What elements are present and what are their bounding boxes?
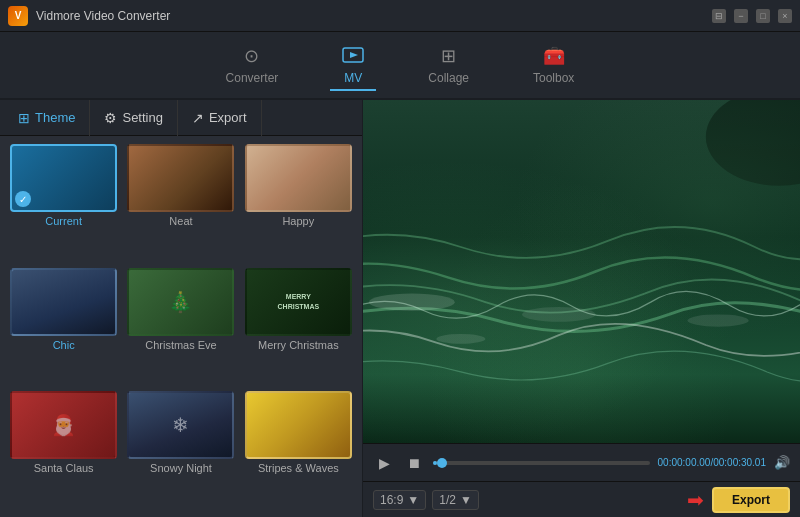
- svg-marker-1: [350, 52, 358, 58]
- theme-stripes-waves[interactable]: Stripes & Waves: [243, 391, 354, 509]
- tab-theme-label: Theme: [35, 110, 75, 125]
- aspect-ratio-selector[interactable]: 16:9 ▼: [373, 490, 426, 510]
- svg-point-4: [522, 307, 596, 322]
- left-panel: ⊞ Theme ⚙ Setting ↗ Export ✓ Current: [0, 100, 363, 517]
- theme-grid: ✓ Current Neat Happy: [0, 136, 362, 517]
- theme-thumb-happy: [245, 144, 352, 212]
- theme-current[interactable]: ✓ Current: [8, 144, 119, 262]
- nav-converter[interactable]: ⊙ Converter: [214, 41, 291, 91]
- right-panel: ▶ ⏹ 00:00:00.00/00:00:30.01 🔊 16:9 ▼ 1/2…: [363, 100, 800, 517]
- quality-label: 1/2: [439, 493, 456, 507]
- tab-bar: ⊞ Theme ⚙ Setting ↗ Export: [0, 100, 362, 136]
- titlebar: V Vidmore Video Converter ⊟ − □ ×: [0, 0, 800, 32]
- stop-button[interactable]: ⏹: [403, 452, 425, 474]
- minimize-button[interactable]: −: [734, 9, 748, 23]
- video-preview: [363, 100, 800, 443]
- nav-collage[interactable]: ⊞ Collage: [416, 41, 481, 91]
- svg-point-3: [706, 100, 800, 186]
- quality-selector[interactable]: 1/2 ▼: [432, 490, 479, 510]
- restore-button[interactable]: ⊟: [712, 9, 726, 23]
- collage-icon: ⊞: [438, 45, 460, 67]
- controls-bar: ▶ ⏹ 00:00:00.00/00:00:30.01 🔊: [363, 443, 800, 481]
- app-title: Vidmore Video Converter: [36, 9, 712, 23]
- theme-thumb-christmas: 🎄: [127, 268, 234, 336]
- nav-mv[interactable]: MV: [330, 41, 376, 91]
- theme-christmas-eve[interactable]: 🎄 Christmas Eve: [125, 268, 236, 386]
- svg-point-5: [436, 334, 485, 344]
- export-tab-icon: ↗: [192, 110, 204, 126]
- progress-dot: [437, 458, 447, 468]
- theme-santa-claus-label: Santa Claus: [34, 462, 94, 474]
- quality-chevron: ▼: [460, 493, 472, 507]
- ocean-preview-svg: [363, 100, 800, 443]
- maximize-button[interactable]: □: [756, 9, 770, 23]
- volume-icon[interactable]: 🔊: [774, 455, 790, 470]
- mv-icon: [342, 45, 364, 67]
- theme-merry-christmas[interactable]: MERRYCHRISTMAS Merry Christmas: [243, 268, 354, 386]
- theme-merry-christmas-label: Merry Christmas: [258, 339, 339, 351]
- top-nav: ⊙ Converter MV ⊞ Collage 🧰 Toolbox: [0, 32, 800, 100]
- tab-theme[interactable]: ⊞ Theme: [4, 100, 90, 136]
- nav-toolbox-label: Toolbox: [533, 71, 574, 85]
- theme-thumb-santa-claus: 🎅: [10, 391, 117, 459]
- time-display: 00:00:00.00/00:00:30.01: [658, 457, 766, 468]
- theme-current-label: Current: [45, 215, 82, 227]
- theme-santa-claus[interactable]: 🎅 Santa Claus: [8, 391, 119, 509]
- theme-stripes-waves-label: Stripes & Waves: [258, 462, 339, 474]
- play-button[interactable]: ▶: [373, 452, 395, 474]
- setting-tab-icon: ⚙: [104, 110, 117, 126]
- nav-toolbox[interactable]: 🧰 Toolbox: [521, 41, 586, 91]
- window-controls: ⊟ − □ ×: [712, 9, 792, 23]
- theme-thumb-neat: [127, 144, 234, 212]
- main-area: ⊞ Theme ⚙ Setting ↗ Export ✓ Current: [0, 100, 800, 517]
- tab-setting[interactable]: ⚙ Setting: [90, 100, 177, 136]
- theme-thumb-snowy-night: ❄: [127, 391, 234, 459]
- aspect-ratio-label: 16:9: [380, 493, 403, 507]
- theme-neat-label: Neat: [169, 215, 192, 227]
- theme-chic-label: Chic: [53, 339, 75, 351]
- theme-thumb-stripes-waves: [245, 391, 352, 459]
- theme-thumb-chic: [10, 268, 117, 336]
- theme-thumb-current: ✓: [10, 144, 117, 212]
- theme-chic[interactable]: Chic: [8, 268, 119, 386]
- aspect-ratio-chevron: ▼: [407, 493, 419, 507]
- svg-rect-2: [363, 100, 800, 443]
- nav-converter-label: Converter: [226, 71, 279, 85]
- theme-happy-label: Happy: [282, 215, 314, 227]
- nav-collage-label: Collage: [428, 71, 469, 85]
- app-icon: V: [8, 6, 28, 26]
- tab-export[interactable]: ↗ Export: [178, 100, 262, 136]
- bottom-controls: 16:9 ▼ 1/2 ▼ ➡ Export: [363, 481, 800, 517]
- theme-neat[interactable]: Neat: [125, 144, 236, 262]
- theme-snowy-night-label: Snowy Night: [150, 462, 212, 474]
- theme-christmas-eve-label: Christmas Eve: [145, 339, 217, 351]
- theme-thumb-merry-christmas: MERRYCHRISTMAS: [245, 268, 352, 336]
- svg-point-7: [369, 294, 455, 311]
- theme-tab-icon: ⊞: [18, 110, 30, 126]
- progress-bar[interactable]: [433, 461, 650, 465]
- arrow-indicator: ➡: [687, 488, 704, 512]
- tab-export-label: Export: [209, 110, 247, 125]
- close-button[interactable]: ×: [778, 9, 792, 23]
- nav-mv-label: MV: [344, 71, 362, 85]
- converter-icon: ⊙: [241, 45, 263, 67]
- export-button[interactable]: Export: [712, 487, 790, 513]
- theme-happy[interactable]: Happy: [243, 144, 354, 262]
- toolbox-icon: 🧰: [543, 45, 565, 67]
- theme-snowy-night[interactable]: ❄ Snowy Night: [125, 391, 236, 509]
- tab-setting-label: Setting: [122, 110, 162, 125]
- svg-point-6: [687, 314, 748, 326]
